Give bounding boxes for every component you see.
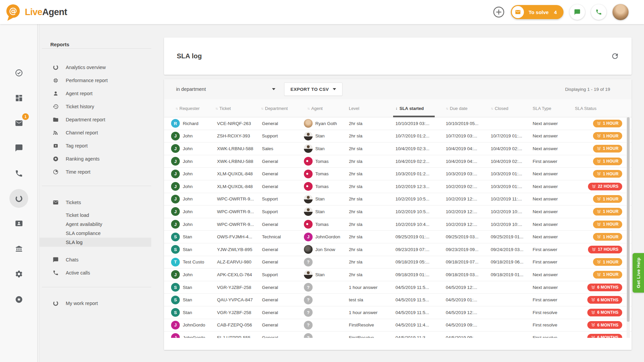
sidebar-subitem-sla-compliance[interactable]: SLA compliance	[40, 229, 151, 238]
rail-item-contact-card-icon[interactable]	[12, 217, 25, 230]
table-vertical-scrollbar[interactable]	[627, 117, 630, 338]
department-cell: Support	[256, 193, 303, 205]
due-date-cell-text: 04/5/2019 12:...	[446, 310, 477, 315]
rail-item-dashboard-icon[interactable]	[12, 91, 25, 105]
sidebar-item-analytics-overview[interactable]: Analytics overview	[40, 61, 151, 74]
rail-item-phone-icon[interactable]	[12, 167, 25, 180]
due-date-cell: 04/5/2019 09:...	[439, 331, 485, 338]
phone-icon	[53, 270, 59, 276]
sidebar-item-my-work-report[interactable]: My work report	[40, 297, 151, 310]
table-row[interactable]: TTest CustoALZ-EARVU-980General?2hr sla0…	[164, 256, 632, 269]
level-cell-text: 2hr sla	[349, 184, 363, 189]
rail-item-chat-icon[interactable]	[12, 141, 25, 155]
sla-type-cell: First resolve	[530, 331, 570, 338]
export-to-csv-button[interactable]: EXPORT TO CSV	[284, 82, 342, 96]
sidebar-item-ranking-agents[interactable]: Ranking agents	[40, 152, 151, 165]
sla-status-label: 1 HOUR	[603, 197, 619, 201]
sidebar-subitem-agent-availability[interactable]: Agent availability	[40, 220, 151, 229]
sort-icon: ↑↓	[175, 107, 177, 110]
column-label: Closed	[495, 106, 508, 111]
scrollbar-thumb[interactable]	[627, 117, 630, 322]
column-header-agent[interactable]: ↑↓Agent	[303, 99, 347, 117]
table-row[interactable]: SStanVGR-YJZBF-258General?1 hour answer0…	[164, 281, 632, 294]
table-row[interactable]: JJohnGordoELJ-UTPPP-555General?FirstReso…	[164, 331, 632, 338]
rail-item-mail-icon[interactable]: 1	[12, 116, 25, 130]
table-row[interactable]: SStanVGR-YJZBF-258General?1 hour answer0…	[164, 306, 632, 319]
rail-item-check-circle-icon[interactable]	[12, 66, 25, 79]
column-header-closed[interactable]: ↑↓Closed	[485, 99, 530, 117]
requester-name: Stan	[183, 310, 192, 315]
column-header-requester[interactable]: ↑↓Requester	[168, 99, 213, 117]
sort-icon: ↑↓	[446, 107, 448, 110]
table-row[interactable]: JJohnWPC-OWRTR-9...SupportStan2hr sla10/…	[164, 193, 632, 206]
sidebar-item-active-calls[interactable]: Active calls	[40, 266, 151, 279]
refresh-button[interactable]	[611, 52, 619, 60]
closed-cell-text: 10/4/2019 02:...	[491, 146, 522, 151]
calls-button[interactable]	[591, 4, 606, 20]
sidebar-item-tickets[interactable]: Tickets	[40, 196, 151, 209]
agent-cell: Stan	[303, 205, 347, 218]
level-cell-text: 2hr sla	[349, 234, 363, 239]
table-row[interactable]: JJohnWPC-OWRTR-9...GeneralTomas2hr sla10…	[164, 218, 632, 231]
sla-log-header-card: SLA log	[164, 38, 632, 75]
column-header-due-date[interactable]: ↑↓Due date	[439, 99, 485, 117]
table-row[interactable]: RRichardVCE-NIRQF-263GeneralRyan Goth2hr…	[164, 117, 632, 130]
sidebar-item-agent-report[interactable]: Agent report	[40, 87, 151, 100]
ticket-cell-text: VGR-YJZBF-258	[217, 285, 251, 290]
table-row[interactable]: JJohnXLM-QUXOL-848GeneralTomas2hr sla10/…	[164, 168, 632, 180]
sidebar-subitem-sla-log[interactable]: SLA log	[40, 238, 151, 247]
sidebar-item-chats[interactable]: Chats	[40, 253, 151, 266]
chats-button[interactable]	[570, 4, 585, 20]
rail-item-star-icon[interactable]	[12, 293, 25, 306]
table-row[interactable]: JJohnGordoCAB-FZEPQ-056General?FirstReso…	[164, 319, 632, 332]
sla-started-cell: 04/5/2019 11:5...	[392, 294, 439, 306]
table-row[interactable]: SStanYJW-ZWLYB-895GeneralJon Snow2hr sla…	[164, 243, 632, 256]
column-header-department[interactable]: ↑↓Department	[256, 99, 303, 117]
table-row[interactable]: JJohnAPK-CEXLG-764SupportStan2hr sla09/1…	[164, 268, 632, 281]
to-solve-button[interactable]: To solve 4	[511, 5, 564, 19]
sidebar-item-performance-report[interactable]: Performance report	[40, 74, 151, 87]
department-cell: General	[256, 180, 303, 193]
department-filter-select[interactable]: in department	[176, 86, 275, 92]
chevron-down-icon	[333, 88, 336, 90]
table-row[interactable]: SStanQAU-YVPCA-847General?test sla04/5/2…	[164, 294, 632, 306]
sidebar-subitem-ticket-load[interactable]: Ticket load	[40, 210, 151, 220]
table-row[interactable]: JJohnZSH-RCIXY-393SupportStan2hr sla10/7…	[164, 130, 632, 143]
closed-cell-text: 09/18/2019 01...	[491, 272, 524, 277]
column-header-sla-started[interactable]: ↓SLA started	[392, 99, 439, 117]
table-row[interactable]: SStanOWS-FVJMH-4...TechnicalJJohnGordon2…	[164, 231, 632, 243]
table-row[interactable]: JJohnXWK-LRBNU-588GeneralTomas2hr sla10/…	[164, 155, 632, 168]
user-avatar[interactable]	[612, 4, 629, 20]
table-row[interactable]: JJohnXWK-LRBNU-588SalesStan2hr sla10/4/2…	[164, 142, 632, 155]
sidebar-item-tag-report[interactable]: Tag report	[40, 139, 151, 152]
rail-item-gear-icon[interactable]	[12, 267, 25, 281]
sort-icon: ↑↓	[261, 107, 263, 110]
sla-type-cell-text: Next answer	[533, 222, 558, 227]
due-date-cell: 10/7/2019 03:...	[439, 130, 485, 142]
column-label: Due date	[450, 106, 468, 111]
department-cell: Support	[256, 205, 303, 218]
sidebar-item-time-report[interactable]: Time report	[40, 165, 151, 178]
get-live-help-tab[interactable]: Get Live Help	[633, 253, 644, 293]
star-icon	[53, 156, 59, 162]
sidebar-item-ticket-history[interactable]: Ticket history	[40, 100, 151, 113]
level-cell: 1 hour answer	[347, 306, 392, 319]
due-date-cell: 09/18/2019 03...	[439, 268, 485, 281]
liveagent-logo[interactable]: @ LiveAgent	[5, 3, 67, 21]
sla-started-cell-text: 10/2/2019 12:3...	[395, 184, 429, 189]
table-row[interactable]: JJohnWPC-OWRTR-9...SupportStan2hr sla10/…	[164, 205, 632, 218]
sla-status-badge: 17 HOURS	[588, 246, 622, 253]
level-cell: 2hr sla	[347, 130, 392, 142]
sla-status-cell: 6 MONTHS	[570, 306, 623, 319]
sidebar-item-department-report[interactable]: Department report	[40, 113, 151, 126]
rail-item-donut-icon[interactable]	[12, 192, 25, 205]
sla-status-badge: 1 HOUR	[593, 132, 622, 140]
department-cell-text: General	[262, 171, 278, 176]
level-cell: 2hr sla	[347, 205, 392, 218]
closed-cell-text: 09/24/2019 03...	[491, 247, 524, 252]
rail-item-bank-icon[interactable]	[12, 242, 25, 255]
column-header-ticket[interactable]: ↑↓Ticket	[213, 99, 256, 117]
add-button[interactable]	[493, 6, 505, 18]
table-row[interactable]: JJohnXLM-QUXOL-848GeneralTomas2hr sla10/…	[164, 180, 632, 193]
sidebar-item-channel-report[interactable]: Channel report	[40, 126, 151, 139]
